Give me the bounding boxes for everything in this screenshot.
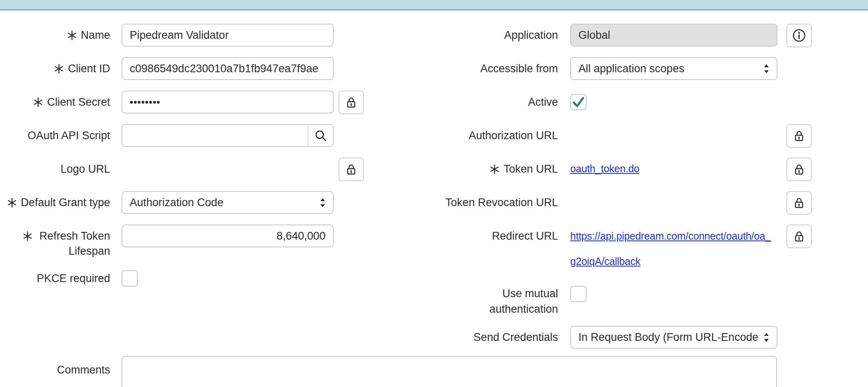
lock-icon bbox=[793, 130, 805, 142]
pkce-required-label-text: PKCE required bbox=[37, 272, 110, 285]
pkce-required-label: PKCE required bbox=[0, 267, 110, 290]
logo-url-label: Logo URL bbox=[0, 158, 110, 180]
default-grant-type-label: Default Grant type bbox=[0, 191, 110, 214]
default-grant-type-select[interactable]: Authorization Code bbox=[122, 191, 334, 214]
required-asterisk-icon bbox=[33, 97, 43, 107]
redirect-url-link-line1[interactable]: https://api.pipedream.com/connect/oauth/… bbox=[570, 223, 771, 249]
token-revocation-url-label-text: Token Revocation URL bbox=[445, 196, 558, 209]
redirect-url-link-line2[interactable]: g2oiqA/callback bbox=[570, 249, 771, 274]
active-checkbox[interactable] bbox=[570, 94, 587, 110]
lock-icon bbox=[345, 96, 357, 109]
refresh-token-lifespan-input[interactable] bbox=[122, 225, 334, 247]
send-credentials-label-text: Send Credentials bbox=[474, 331, 558, 344]
required-asterisk-icon bbox=[67, 30, 77, 40]
pkce-required-checkbox[interactable] bbox=[122, 270, 138, 287]
oauth-api-script-lookup-button[interactable] bbox=[308, 125, 333, 146]
oauth-api-script-input[interactable] bbox=[122, 125, 308, 146]
token-revocation-url-label: Token Revocation URL bbox=[436, 191, 558, 214]
redirect-url-label: Redirect URL bbox=[436, 225, 558, 247]
name-label-text: Name bbox=[81, 29, 110, 42]
oauth-api-script-field bbox=[122, 124, 334, 147]
client-secret-label-text: Client Secret bbox=[47, 96, 110, 109]
token-url-lock-button[interactable] bbox=[786, 158, 812, 181]
select-arrows-icon bbox=[762, 63, 771, 74]
application-label-text: Application bbox=[504, 29, 558, 42]
required-asterisk-icon bbox=[7, 198, 17, 208]
refresh-token-lifespan-label-text: Refresh Token Lifespan bbox=[39, 230, 110, 257]
client-id-label: Client ID bbox=[0, 57, 110, 80]
use-mutual-authentication-label-text: Use mutual authentication bbox=[489, 287, 558, 315]
lock-icon bbox=[345, 163, 357, 176]
select-arrows-icon bbox=[318, 197, 327, 208]
client-id-label-text: Client ID bbox=[68, 62, 110, 75]
active-label: Active bbox=[436, 91, 558, 113]
name-input[interactable] bbox=[122, 24, 334, 47]
page-header-bar bbox=[0, 0, 868, 11]
authorization-url-label: Authorization URL bbox=[436, 124, 558, 147]
comments-label-text: Comments bbox=[57, 364, 110, 376]
oauth-api-script-label-text: OAuth API Script bbox=[27, 129, 110, 142]
comments-textarea[interactable] bbox=[122, 356, 777, 387]
token-revocation-url-lock-button[interactable] bbox=[786, 191, 812, 215]
accessible-from-label: Accessible from bbox=[436, 57, 558, 80]
default-grant-type-label-text: Default Grant type bbox=[21, 196, 110, 209]
client-secret-label: Client Secret bbox=[0, 91, 110, 113]
token-url-link[interactable]: oauth_token.do bbox=[570, 163, 640, 175]
refresh-token-lifespan-label: Refresh Token Lifespan bbox=[16, 229, 110, 259]
token-url-label-text: Token URL bbox=[503, 163, 558, 176]
comments-label: Comments bbox=[0, 358, 110, 381]
redirect-url-lock-button[interactable] bbox=[786, 225, 812, 248]
accessible-from-select[interactable]: All application scopes bbox=[570, 57, 777, 80]
send-credentials-label: Send Credentials bbox=[436, 326, 558, 349]
required-asterisk-icon bbox=[489, 164, 500, 174]
required-asterisk-icon bbox=[22, 231, 33, 241]
lock-icon bbox=[793, 197, 805, 209]
client-secret-lock-button[interactable] bbox=[339, 91, 364, 114]
search-icon bbox=[314, 129, 328, 142]
required-asterisk-icon bbox=[54, 64, 64, 74]
application-input[interactable] bbox=[570, 24, 777, 47]
redirect-url-link: https://api.pipedream.com/connect/oauth/… bbox=[570, 223, 771, 274]
use-mutual-authentication-checkbox[interactable] bbox=[570, 286, 587, 302]
application-info-button[interactable] bbox=[786, 24, 812, 47]
logo-url-lock-button[interactable] bbox=[339, 158, 364, 181]
send-credentials-value: In Request Body (Form URL-Encoded) bbox=[578, 331, 758, 344]
redirect-url-label-text: Redirect URL bbox=[492, 230, 558, 242]
client-secret-input[interactable] bbox=[122, 91, 334, 113]
client-id-input[interactable] bbox=[122, 57, 334, 80]
accessible-from-label-text: Accessible from bbox=[480, 62, 558, 75]
default-grant-type-value: Authorization Code bbox=[130, 196, 314, 209]
use-mutual-authentication-label: Use mutual authentication bbox=[472, 286, 558, 317]
logo-url-label-text: Logo URL bbox=[60, 163, 110, 176]
info-icon bbox=[792, 28, 806, 43]
select-arrows-icon bbox=[762, 332, 771, 343]
lock-icon bbox=[793, 163, 805, 176]
oauth-api-script-label: OAuth API Script bbox=[0, 124, 110, 147]
authorization-url-label-text: Authorization URL bbox=[469, 129, 558, 142]
accessible-from-value: All application scopes bbox=[578, 62, 758, 75]
application-label: Application bbox=[436, 24, 558, 47]
active-label-text: Active bbox=[528, 96, 558, 109]
send-credentials-select[interactable]: In Request Body (Form URL-Encoded) bbox=[570, 326, 777, 349]
checkmark-icon bbox=[571, 95, 585, 109]
token-url-label: Token URL bbox=[436, 158, 558, 180]
lock-icon bbox=[793, 230, 805, 242]
authorization-url-lock-button[interactable] bbox=[786, 124, 812, 148]
name-label: Name bbox=[0, 24, 110, 47]
